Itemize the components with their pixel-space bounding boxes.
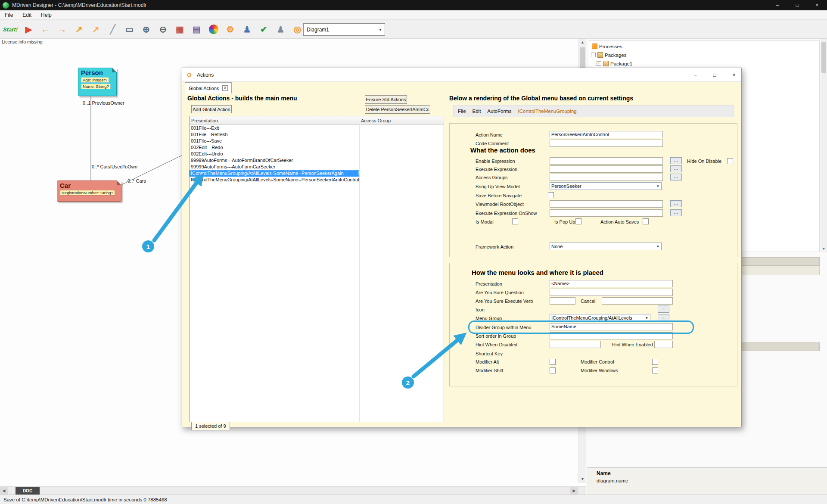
table-row[interactable]: 002Edit---Undo: [190, 151, 444, 157]
is-pop-up-checkbox[interactable]: [575, 218, 581, 224]
zoom-out-icon[interactable]: ⊖: [156, 22, 170, 36]
hint-when-disabled-input[interactable]: [550, 341, 601, 348]
autoforms-gear-icon[interactable]: ⚙: [223, 22, 237, 36]
scroll-down-icon[interactable]: ▼: [821, 246, 827, 252]
doc-tab[interactable]: DOC: [16, 487, 40, 495]
column-access-group[interactable]: Access Group: [359, 116, 444, 125]
person-attr-age[interactable]: Age: Integer?: [81, 77, 109, 83]
dialog-titlebar[interactable]: ⚙ Actions – □ ×: [182, 68, 741, 82]
table-row[interactable]: IControlTheMenuGrouping/AtAllLevels-Some…: [190, 177, 444, 183]
hint-when-enabled-input[interactable]: [654, 341, 673, 348]
access-groups-input[interactable]: [550, 174, 663, 181]
dialog-close-button[interactable]: ×: [729, 71, 739, 79]
maximize-button[interactable]: □: [787, 0, 807, 10]
table-header[interactable]: Presentation Access Group: [190, 116, 444, 125]
view-grid-icon[interactable]: ▦: [173, 22, 187, 36]
person-attr-name[interactable]: Name: String?: [81, 84, 111, 89]
name-panel-value[interactable]: diagram.name: [597, 478, 628, 483]
icon-ellipsis-button[interactable]: ...: [658, 305, 669, 313]
code-comment-input[interactable]: [550, 140, 663, 147]
viewmodel-person-icon[interactable]: ♟: [274, 22, 288, 36]
menu-preview-item[interactable]: AutoForms: [487, 109, 511, 114]
modifier-windows-checkbox[interactable]: [652, 367, 658, 373]
car-attr-registration[interactable]: RegistrationNumber: String?: [60, 190, 115, 196]
is-modal-checkbox[interactable]: [512, 218, 518, 224]
start-button[interactable]: Start!: [2, 22, 19, 36]
dependency-tool-icon[interactable]: ╱: [106, 22, 120, 36]
modifier-shift-checkbox[interactable]: [550, 367, 556, 373]
framework-action-select[interactable]: None ▼: [550, 243, 662, 250]
add-global-action-button[interactable]: Add Global Action: [191, 105, 232, 113]
dialog-minimize-button[interactable]: –: [690, 71, 700, 79]
select-tool-icon[interactable]: ▭: [122, 22, 137, 36]
table-row[interactable]: 99999AutoForms---AutoFormCarSeeker: [190, 164, 444, 170]
modifier-control-checkbox[interactable]: [652, 359, 658, 365]
scroll-down-icon[interactable]: ▼: [579, 476, 586, 483]
modifier-alt-checkbox[interactable]: [550, 359, 556, 365]
canvas-horizontal-scrollbar[interactable]: ◀ DOC ▶: [0, 486, 586, 495]
scroll-left-icon[interactable]: ◀: [0, 487, 8, 495]
hide-on-disable-checkbox[interactable]: [727, 158, 733, 164]
menu-item[interactable]: Help: [36, 10, 56, 20]
validate-check-icon[interactable]: ✔: [257, 22, 271, 36]
settings-spiral-icon[interactable]: ◎: [290, 22, 305, 36]
access-groups-icon[interactable]: ♟: [240, 22, 254, 36]
column-presentation[interactable]: Presentation: [190, 116, 359, 125]
execute-expression-onshow-ellipsis-button[interactable]: ...: [670, 209, 682, 216]
viewmodel-rootobject-input[interactable]: [550, 200, 663, 208]
presentation-input[interactable]: <Name>: [550, 280, 673, 287]
tree-item-processes[interactable]: Processes: [592, 43, 622, 50]
viewmodel-rootobject-ellipsis-button[interactable]: ...: [670, 200, 682, 207]
tab-global-actions[interactable]: Global Actions X: [185, 82, 232, 93]
tree-item-package1[interactable]: + Package1: [597, 60, 632, 67]
delete-action-button[interactable]: Delete PersonSeekerIAmInCc: [365, 105, 430, 114]
color-wheel-icon[interactable]: [206, 22, 221, 36]
bring-up-view-model-select[interactable]: PersonSeeker ▼: [550, 182, 662, 190]
scroll-up-icon[interactable]: ▲: [579, 39, 586, 46]
enable-expression-input[interactable]: [550, 157, 663, 165]
execute-verb-input[interactable]: [550, 297, 575, 305]
scrollbar-thumb[interactable]: [821, 42, 826, 73]
action-auto-saves-checkbox[interactable]: [643, 218, 649, 224]
close-button[interactable]: ×: [807, 0, 827, 10]
execute-expression-input[interactable]: [550, 165, 663, 173]
access-groups-ellipsis-button[interactable]: ...: [670, 174, 682, 180]
dialog-maximize-button[interactable]: □: [710, 71, 719, 79]
table-row[interactable]: 001File---Refresh: [190, 131, 444, 138]
zoom-in-icon[interactable]: ⊕: [139, 22, 153, 36]
table-row[interactable]: 99999AutoForms---AutoFormBrandOfCarSeeke…: [190, 157, 444, 164]
minimize-button[interactable]: –: [768, 0, 787, 10]
save-before-navigate-checkbox[interactable]: [548, 192, 554, 198]
edit-grid-icon[interactable]: ▤: [190, 22, 204, 36]
execute-expression-ellipsis-button[interactable]: ...: [670, 165, 682, 172]
execute-expression-onshow-input[interactable]: [550, 209, 663, 217]
menu-preview-item[interactable]: File: [458, 109, 466, 114]
table-row[interactable]: 002Edit---Redo: [190, 144, 444, 151]
collapse-icon[interactable]: -: [591, 53, 596, 57]
expand-icon[interactable]: +: [597, 61, 601, 66]
action-name-input[interactable]: PersonSeekerIAmInControl: [550, 131, 663, 138]
diagram-select[interactable]: Diagram1 ▾: [303, 23, 385, 36]
run-icon[interactable]: ▶: [22, 22, 36, 36]
are-you-sure-question-input[interactable]: [550, 289, 673, 296]
back-arrow-icon[interactable]: ←: [38, 22, 53, 36]
class-person[interactable]: Person Age: Integer? Name: String?: [78, 68, 117, 96]
cancel-verb-input[interactable]: [602, 297, 673, 305]
forward-arrow-icon[interactable]: →: [55, 22, 69, 36]
class-car[interactable]: Car RegistrationNumber: String?: [57, 180, 121, 202]
generalization-tool-icon[interactable]: ↗: [89, 22, 103, 36]
enable-expression-ellipsis-button[interactable]: ...: [670, 157, 682, 164]
menu-item[interactable]: File: [0, 10, 18, 20]
tab-close-icon[interactable]: X: [222, 85, 228, 91]
menu-item[interactable]: Edit: [18, 10, 36, 20]
menu-preview-item[interactable]: Edit: [473, 109, 481, 114]
tree-item-packages[interactable]: - Packages: [591, 51, 627, 59]
association-tool-icon[interactable]: ↗: [72, 22, 86, 36]
table-row[interactable]: 001File---Save: [190, 138, 444, 144]
scroll-right-icon[interactable]: ▶: [570, 487, 578, 495]
ensure-std-actions-button[interactable]: Ensure Std Actions: [365, 95, 407, 104]
sidebar-scrollbar[interactable]: ▲ ▼: [821, 34, 827, 252]
menu-preview-item[interactable]: IControlTheMenuGrouping: [518, 109, 577, 114]
table-row[interactable]: IControlTheMenuGrouping/AtAllLevels-Some…: [190, 170, 444, 177]
table-row[interactable]: 001File---Exit: [190, 125, 444, 131]
